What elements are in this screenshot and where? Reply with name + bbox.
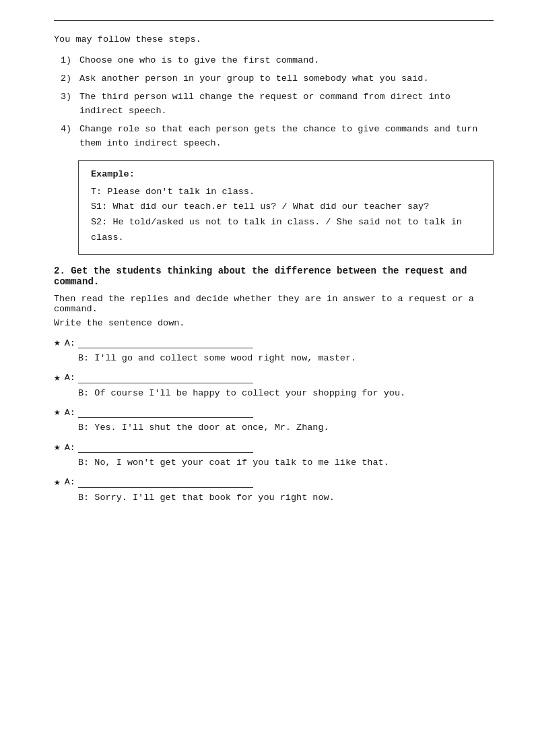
step-1-text: Choose one who is to give the first comm… [79,54,494,68]
section2-heading: 2. Get the students thinking about the d… [54,265,494,287]
qa-1-a-line: ★ A: [54,338,494,348]
step-1-num: 1) [61,54,79,68]
step-3-text: The third person will change the request… [79,90,494,119]
step-2-num: 2) [61,72,79,86]
step-2: 2) Ask another person in your group to t… [61,72,494,86]
qa-3-answer-field[interactable] [78,407,253,418]
qa-pair-1: ★ A: B: I'll go and collect some wood ri… [54,338,494,366]
qa-1-a-label: A: [65,338,75,348]
example-line-3: S2: He told/asked us not to talk in clas… [91,215,481,246]
qa-pair-4: ★ A: B: No, I won't get your coat if you… [54,442,494,470]
qa-pair-5: ★ A: B: Sorry. I'll get that book for yo… [54,477,494,505]
example-line-2: S1: What did our teach.er tell us? / Wha… [91,199,481,215]
qa-4-a-line: ★ A: [54,442,494,453]
example-line-1: T: Please don't talk in class. [91,185,481,200]
qa-2-a-line: ★ A: [54,373,494,383]
qa-pair-3: ★ A: B: Yes. I'll shut the door at once,… [54,407,494,435]
qa-5-a-line: ★ A: [54,477,494,488]
qa-4-a-label: A: [65,443,75,453]
star-3: ★ [54,407,61,418]
star-1: ★ [54,338,61,348]
step-4: 4) Change role so that each person gets … [61,123,494,151]
star-5: ★ [54,477,61,488]
qa-5-a-label: A: [65,477,75,487]
step-3-num: 3) [61,90,79,104]
star-4: ★ [54,442,61,453]
intro-text: You may follow these steps. [54,34,494,44]
example-box: Example: T: Please don't talk in class. … [78,160,494,255]
step-4-num: 4) [61,123,79,137]
step-2-text: Ask another person in your group to tell… [79,72,494,86]
qa-pair-2: ★ A: B: Of course I'll be happy to colle… [54,373,494,401]
step-3: 3) The third person will change the requ… [61,90,494,119]
qa-3-a-label: A: [65,408,75,418]
qa-4-b-text: B: No, I won't get your coat if you talk… [78,455,494,470]
qa-4-answer-field[interactable] [78,442,253,453]
qa-2-answer-field[interactable] [78,373,253,383]
step-4-text: Change role so that each person gets the… [79,123,494,151]
qa-3-a-line: ★ A: [54,407,494,418]
section2-instruction: Then read the replies and decide whether… [54,294,494,314]
qa-5-answer-field[interactable] [78,477,253,488]
star-2: ★ [54,373,61,383]
step-1: 1) Choose one who is to give the first c… [61,54,494,68]
write-text: Write the sentence down. [54,318,494,328]
qa-3-b-text: B: Yes. I'll shut the door at once, Mr. … [78,420,494,435]
qa-5-b-text: B: Sorry. I'll get that book for you rig… [78,491,494,505]
steps-list: 1) Choose one who is to give the first c… [61,54,494,151]
example-label: Example: [91,169,481,179]
qa-1-answer-field[interactable] [78,338,253,348]
top-divider [54,20,494,21]
qa-1-b-text: B: I'll go and collect some wood right n… [78,351,494,366]
qa-2-b-text: B: Of course I'll be happy to collect yo… [78,386,494,401]
qa-2-a-label: A: [65,373,75,383]
